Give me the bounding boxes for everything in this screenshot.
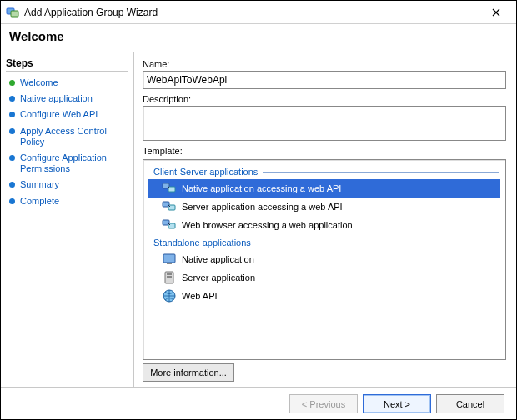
web-api-icon: [162, 288, 177, 303]
template-item-native-application-accessing-a-web-api[interactable]: Native application accessing a web API: [148, 179, 500, 198]
svg-rect-8: [163, 254, 175, 262]
step-summary[interactable]: Summary: [6, 177, 128, 192]
template-item-server-application[interactable]: Server application: [148, 268, 500, 287]
step-bullet-icon: [9, 182, 15, 188]
template-item-label: Server application: [182, 272, 255, 282]
step-label: Welcome: [20, 78, 58, 88]
step-bullet-icon: [9, 80, 15, 86]
main-panel: Name: Description: Template: Client-Serv…: [134, 52, 516, 387]
steps-sidebar: Steps WelcomeNative applicationConfigure…: [1, 52, 134, 387]
cancel-button[interactable]: Cancel: [436, 394, 504, 413]
step-label: Native application: [20, 93, 93, 104]
browser-webapp-icon: [162, 218, 177, 232]
step-label: Configure Application Permissions: [20, 152, 127, 174]
template-group-header: Client-Server applications: [153, 167, 499, 177]
native-webapi-icon: [162, 181, 177, 196]
step-configure-application-permissions[interactable]: Configure Application Permissions: [6, 150, 128, 177]
svg-rect-9: [167, 262, 172, 264]
step-bullet-icon: [9, 112, 15, 118]
template-item-web-browser-accessing-a-web-application[interactable]: Web browser accessing a web application: [148, 216, 500, 234]
description-input[interactable]: [143, 106, 506, 141]
template-label: Template:: [143, 146, 506, 156]
template-item-server-application-accessing-a-web-api[interactable]: Server application accessing a web API: [148, 198, 500, 216]
template-item-web-api[interactable]: Web API: [148, 287, 500, 305]
step-configure-web-api[interactable]: Configure Web API: [6, 107, 128, 122]
name-label: Name:: [143, 59, 506, 69]
svg-rect-11: [167, 273, 172, 275]
page-title: Welcome: [9, 29, 508, 43]
more-information-button[interactable]: More information...: [143, 363, 234, 382]
wizard-header: Welcome: [1, 24, 516, 52]
title-bar: Add Application Group Wizard: [1, 1, 516, 24]
description-label: Description:: [143, 94, 506, 104]
server-webapi-icon: [162, 199, 177, 214]
step-label: Complete: [20, 196, 59, 207]
native-app-icon: [162, 252, 177, 267]
step-welcome[interactable]: Welcome: [6, 75, 128, 91]
close-button[interactable]: [481, 3, 511, 22]
template-item-label: Web API: [182, 291, 218, 301]
step-native-application[interactable]: Native application: [6, 91, 128, 107]
template-list[interactable]: Client-Server applications Native applic…: [143, 159, 506, 360]
template-group-header: Standalone applications: [153, 238, 499, 248]
svg-rect-12: [167, 276, 172, 278]
step-complete[interactable]: Complete: [6, 193, 128, 209]
name-input[interactable]: [143, 71, 506, 89]
next-button[interactable]: Next >: [363, 394, 431, 413]
step-bullet-icon: [9, 198, 15, 204]
previous-button: < Previous: [289, 394, 358, 413]
template-item-label: Native application: [182, 254, 254, 264]
step-bullet-icon: [9, 155, 15, 161]
step-apply-access-control-policy[interactable]: Apply Access Control Policy: [6, 123, 128, 150]
app-icon: [6, 6, 19, 19]
svg-rect-1: [11, 11, 18, 17]
template-item-label: Server application accessing a web API: [182, 202, 343, 212]
wizard-footer: < Previous Next > Cancel: [1, 387, 516, 420]
window-title: Add Application Group Wizard: [24, 7, 481, 18]
step-bullet-icon: [9, 128, 15, 134]
step-bullet-icon: [9, 96, 15, 102]
step-label: Apply Access Control Policy: [20, 126, 127, 148]
template-item-label: Native application accessing a web API: [182, 183, 341, 193]
step-label: Configure Web API: [20, 109, 98, 120]
server-app-icon: [162, 270, 177, 285]
template-item-label: Web browser accessing a web application: [182, 220, 353, 230]
steps-title: Steps: [6, 58, 128, 72]
template-item-native-application[interactable]: Native application: [148, 250, 500, 268]
step-label: Summary: [20, 179, 59, 190]
